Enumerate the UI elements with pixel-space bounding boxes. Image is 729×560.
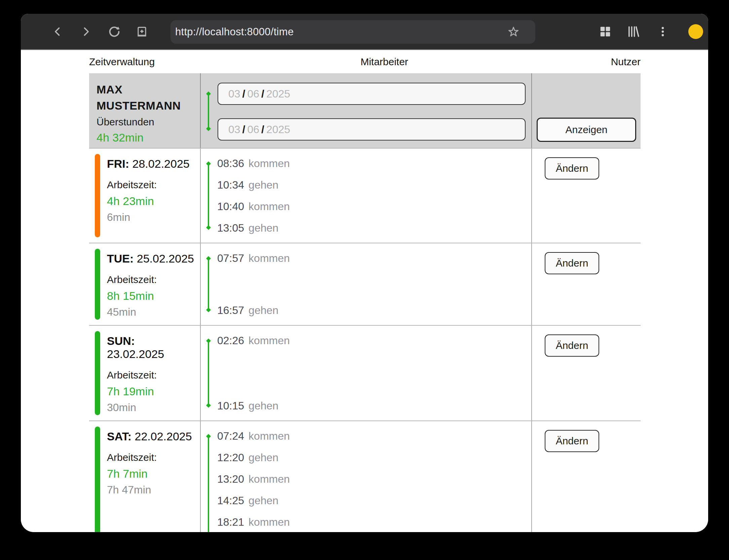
- day-status-bar: [95, 154, 100, 237]
- date-to-day[interactable]: 06: [247, 123, 259, 136]
- entry-time: 10:34: [217, 179, 244, 191]
- time-app-page: Zeitverwaltung Mitarbeiter Nutzer MAX MU…: [21, 50, 708, 532]
- time-entries: 02:26kommen10:15gehen: [201, 326, 531, 421]
- tab-overview-icon[interactable]: [596, 22, 615, 41]
- overtime-value: 4h 32min: [97, 131, 193, 144]
- day-status-bar: [95, 427, 100, 532]
- time-entry: 14:25gehen: [217, 490, 531, 511]
- library-icon[interactable]: [624, 22, 643, 41]
- entry-time: 02:26: [217, 334, 244, 347]
- employee-summary: MAX MUSTERMANN Überstunden 4h 32min: [89, 73, 201, 148]
- pause-value: 45min: [107, 306, 195, 318]
- entry-time: 13:20: [217, 473, 244, 485]
- nav-mitarbeiter[interactable]: Mitarbeiter: [360, 56, 408, 68]
- date-to-input[interactable]: 03 / 06 / 2025: [218, 118, 526, 141]
- time-entry: 07:24kommen: [217, 425, 531, 447]
- entry-time: 12:20: [217, 451, 244, 464]
- time-entries-cell: 07:24kommen12:20gehen13:20kommen14:25geh…: [201, 421, 532, 532]
- entry-action: kommen: [248, 473, 290, 485]
- day-timeline: [208, 436, 209, 532]
- browser-window: http://localhost:8000/time: [21, 14, 708, 532]
- pause-value: 7h 47min: [107, 484, 195, 496]
- day-summary-cell: SAT: 22.02.2025Arbeitszeit:7h 7min7h 47m…: [89, 421, 201, 532]
- minimize-button[interactable]: [688, 24, 703, 39]
- day-status-bar: [95, 331, 100, 415]
- new-tab-icon[interactable]: [132, 22, 151, 41]
- time-entry: 02:26kommen: [217, 330, 531, 351]
- reload-icon[interactable]: [105, 22, 124, 41]
- time-entry: 13:20kommen: [217, 468, 531, 490]
- aendern-button[interactable]: Ändern: [545, 157, 599, 179]
- entry-time: 18:21: [217, 516, 244, 528]
- worktime-label: Arbeitszeit:: [107, 179, 195, 191]
- entry-action: gehen: [248, 304, 278, 317]
- day-title: SAT: 22.02.2025: [107, 430, 195, 443]
- date-from-month[interactable]: 03: [228, 88, 240, 100]
- time-entry: 13:05gehen: [217, 217, 531, 239]
- browser-toolbar: http://localhost:8000/time: [21, 14, 708, 50]
- anzeigen-button[interactable]: Anzeigen: [537, 118, 636, 142]
- entry-action: kommen: [248, 516, 290, 528]
- url-bar[interactable]: http://localhost:8000/time: [170, 20, 535, 44]
- entry-time: 07:24: [217, 430, 244, 442]
- nav-nutzer[interactable]: Nutzer: [611, 56, 641, 68]
- day-date: 22.02.2025: [135, 430, 192, 443]
- table-row: SUN: 23.02.2025Arbeitszeit:7h 19min30min…: [89, 325, 641, 421]
- worktime-value: 7h 19min: [107, 385, 195, 398]
- day-date: 23.02.2025: [107, 348, 164, 360]
- day-summary-cell: FRI: 28.02.2025Arbeitszeit:4h 23min6min: [89, 149, 201, 243]
- date-from-day[interactable]: 06: [247, 88, 259, 100]
- entry-time: 13:05: [217, 222, 244, 234]
- entry-time: 10:15: [217, 400, 244, 412]
- day-timeline: [208, 163, 209, 228]
- date-to-year[interactable]: 2025: [266, 123, 290, 136]
- row-actions-cell: Ändern: [532, 421, 641, 532]
- pause-value: 6min: [107, 211, 195, 224]
- time-entry: 08:36kommen: [217, 153, 531, 174]
- date-separator: /: [240, 88, 247, 100]
- bookmark-star-icon[interactable]: [507, 26, 520, 38]
- time-entry: 10:40kommen: [217, 196, 531, 217]
- entry-action: kommen: [248, 334, 290, 347]
- filter-header: MAX MUSTERMANN Überstunden 4h 32min 03 /…: [89, 73, 641, 148]
- row-actions-cell: Ändern: [532, 149, 641, 243]
- day-status-bar: [95, 249, 100, 320]
- entry-action: gehen: [248, 179, 278, 191]
- time-entry: 07:57kommen: [217, 247, 531, 269]
- table-row: FRI: 28.02.2025Arbeitszeit:4h 23min6min0…: [89, 148, 641, 243]
- nav-zeitverwaltung[interactable]: Zeitverwaltung: [89, 56, 155, 68]
- date-range-cell: 03 / 06 / 2025 03 / 06 / 2025: [201, 73, 532, 148]
- day-date: 28.02.2025: [132, 157, 190, 170]
- worktime-value: 7h 7min: [107, 467, 195, 480]
- day-label: FRI:: [107, 157, 129, 170]
- time-entries-cell: 08:36kommen10:34gehen10:40kommen13:05geh…: [201, 149, 532, 243]
- entry-action: kommen: [248, 200, 290, 213]
- entry-action: gehen: [248, 494, 278, 507]
- entry-time: 07:57: [217, 252, 244, 265]
- day-title: SUN: 23.02.2025: [107, 334, 195, 361]
- aendern-button[interactable]: Ändern: [545, 430, 599, 452]
- entry-action: kommen: [248, 157, 290, 170]
- kebab-menu-icon[interactable]: [653, 22, 672, 41]
- filter-actions: Anzeigen: [532, 73, 641, 148]
- aendern-button[interactable]: Ändern: [545, 334, 599, 357]
- day-label: TUE:: [107, 252, 133, 265]
- overtime-label: Überstunden: [97, 116, 193, 128]
- date-from-year[interactable]: 2025: [266, 88, 290, 100]
- time-entry: 10:15gehen: [217, 395, 531, 416]
- forward-icon[interactable]: [76, 22, 95, 41]
- day-date: 25.02.2025: [137, 252, 194, 265]
- day-title: FRI: 28.02.2025: [107, 157, 195, 170]
- aendern-button[interactable]: Ändern: [545, 252, 599, 274]
- entry-action: gehen: [248, 451, 278, 464]
- date-from-input[interactable]: 03 / 06 / 2025: [218, 83, 526, 105]
- worktime-label: Arbeitszeit:: [107, 274, 195, 285]
- url-input[interactable]: http://localhost:8000/time: [175, 26, 507, 38]
- day-summary-cell: TUE: 25.02.2025Arbeitszeit:8h 15min45min: [89, 243, 201, 325]
- date-to-month[interactable]: 03: [228, 123, 240, 136]
- day-rows: FRI: 28.02.2025Arbeitszeit:4h 23min6min0…: [89, 148, 641, 532]
- back-icon[interactable]: [48, 22, 67, 41]
- entry-time: 16:57: [217, 304, 244, 317]
- worktime-label: Arbeitszeit:: [107, 369, 195, 381]
- row-actions-cell: Ändern: [532, 243, 641, 325]
